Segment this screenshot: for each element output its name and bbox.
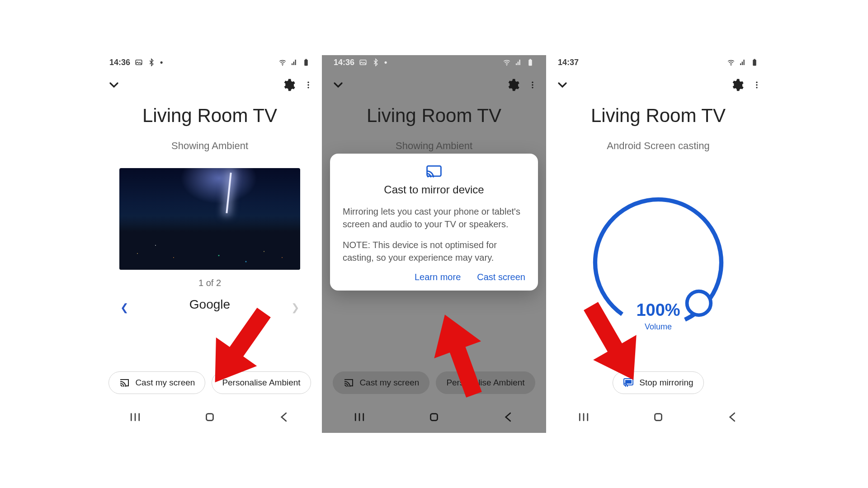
status-time: 14:37 [558, 58, 579, 67]
status-dot: • [384, 58, 387, 67]
device-title: Living Room TV [546, 105, 770, 127]
chevron-down-icon[interactable] [107, 78, 121, 92]
svg-point-23 [756, 87, 757, 88]
cast-connected-icon [623, 377, 634, 388]
phone-screenshot-3: 14:37 Living Room TV Android Screen cast… [546, 55, 770, 433]
svg-rect-20 [754, 59, 755, 60]
wifi-icon [503, 58, 511, 66]
back-button[interactable] [726, 410, 740, 426]
gear-icon[interactable] [281, 78, 296, 92]
volume-percent: 100% [588, 300, 728, 320]
android-nav-bar [546, 403, 770, 433]
picture-icon [359, 58, 367, 66]
device-subtitle: Showing Ambient [98, 140, 322, 152]
svg-point-5 [307, 84, 309, 85]
wifi-icon [727, 58, 735, 66]
dialog-title: Cast to mirror device [343, 183, 525, 196]
action-chips: Cast my screen Personalise Ambient [98, 371, 322, 394]
svg-point-22 [756, 84, 757, 85]
cast-screen-button[interactable]: Cast screen [477, 272, 525, 282]
phone-screenshot-1: 14:36 • Living Room TV Showing Ambient 1… [98, 55, 322, 433]
stop-mirroring-button[interactable]: Stop mirroring [613, 371, 703, 394]
slide-label: Google [189, 297, 230, 312]
svg-rect-11 [530, 59, 531, 60]
picture-icon [135, 58, 143, 66]
back-button[interactable] [502, 410, 515, 426]
chip-label: Cast my screen [135, 378, 195, 388]
more-vert-icon[interactable] [304, 78, 313, 92]
bluetooth-icon [372, 58, 380, 66]
battery-icon [302, 58, 310, 66]
svg-rect-28 [655, 414, 661, 421]
slide-nav: ❮ Google ❯ [98, 297, 322, 312]
device-title: Living Room TV [98, 105, 322, 127]
cast-icon [426, 165, 442, 178]
status-time: 14:36 [334, 58, 354, 67]
bluetooth-icon [147, 58, 156, 66]
svg-rect-10 [528, 60, 532, 66]
recents-button[interactable] [128, 410, 142, 426]
svg-point-4 [307, 82, 309, 83]
home-button[interactable] [203, 410, 217, 426]
status-dot: • [160, 58, 163, 67]
device-subtitle: Android Screen casting [546, 140, 770, 152]
chevron-right-icon[interactable]: ❯ [291, 302, 299, 314]
learn-more-button[interactable]: Learn more [415, 272, 461, 282]
svg-point-17 [427, 175, 429, 177]
svg-rect-19 [753, 60, 756, 66]
status-bar: 14:36 • [98, 55, 322, 70]
svg-rect-2 [304, 60, 308, 66]
home-button[interactable] [651, 410, 665, 426]
svg-point-1 [282, 65, 283, 66]
cast-icon [119, 377, 130, 388]
android-nav-bar [98, 403, 322, 433]
slide-counter: 1 of 2 [98, 278, 322, 288]
signal-icon [739, 58, 747, 66]
svg-rect-7 [206, 414, 213, 421]
signal-icon [290, 58, 298, 66]
chip-label: Personalise Ambient [222, 378, 300, 388]
svg-rect-15 [430, 414, 437, 421]
chip-label: Stop mirroring [639, 378, 693, 388]
dialog-note: NOTE: This device is not optimised for c… [343, 239, 525, 264]
volume-dial[interactable]: 100% Volume [588, 192, 728, 333]
android-nav-bar [322, 403, 546, 433]
recents-button[interactable] [577, 410, 590, 426]
volume-label: Volume [588, 322, 728, 332]
dialog-actions: Learn more Cast screen [343, 272, 525, 282]
action-chips: Stop mirroring [546, 371, 770, 394]
cast-dialog: Cast to mirror device Mirroring lets you… [330, 154, 538, 291]
battery-icon [750, 58, 759, 66]
signal-icon [514, 58, 523, 66]
svg-point-6 [307, 87, 309, 88]
status-bar: 14:37 [546, 55, 770, 70]
three-phone-stage: 14:36 • Living Room TV Showing Ambient 1… [98, 55, 770, 433]
personalise-ambient-button[interactable]: Personalise Ambient [212, 371, 311, 394]
app-header [546, 73, 770, 97]
phone-screenshot-2: 14:36 • Living Room TV Showing Ambient C… [322, 55, 546, 433]
more-vert-icon[interactable] [752, 78, 761, 92]
svg-rect-27 [625, 380, 632, 384]
dialog-body: Mirroring lets you cast your phone or ta… [343, 205, 525, 264]
gear-icon[interactable] [730, 78, 744, 92]
svg-rect-3 [306, 59, 307, 60]
status-time: 14:36 [109, 58, 130, 67]
battery-icon [526, 58, 534, 66]
cast-my-screen-button[interactable]: Cast my screen [108, 371, 205, 394]
svg-point-9 [506, 65, 507, 66]
home-button[interactable] [427, 410, 441, 426]
wifi-icon [278, 58, 287, 66]
recents-button[interactable] [353, 410, 366, 426]
dialog-paragraph: Mirroring lets you cast your phone or ta… [343, 205, 525, 230]
ambient-preview-image [119, 168, 300, 270]
svg-point-18 [731, 65, 731, 66]
back-button[interactable] [278, 410, 291, 426]
status-bar: 14:36 • [322, 55, 546, 70]
svg-point-21 [756, 82, 757, 83]
chevron-left-icon[interactable]: ❮ [120, 302, 128, 314]
app-header [98, 73, 322, 97]
chevron-down-icon[interactable] [555, 78, 570, 92]
